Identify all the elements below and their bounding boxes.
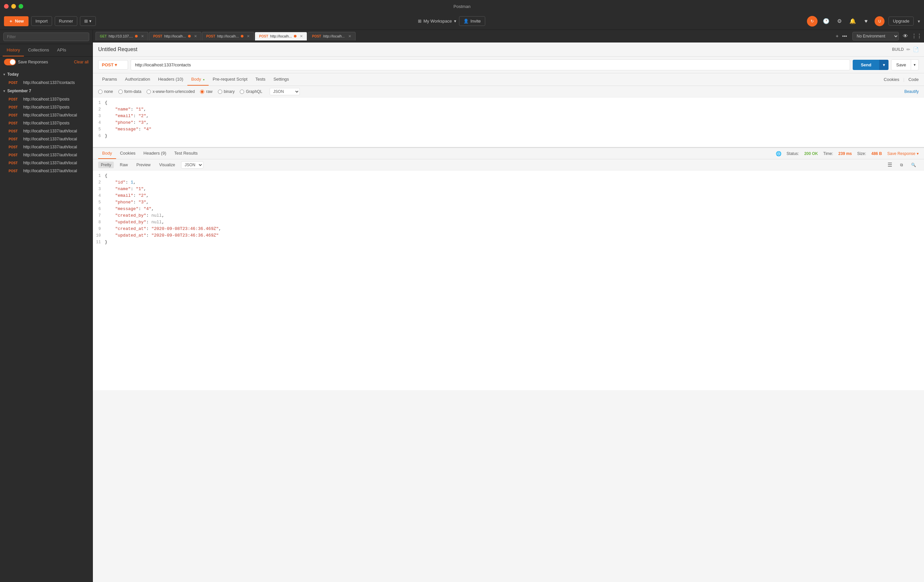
tab-close-get[interactable]: ✕	[141, 34, 144, 38]
code-button[interactable]: Code	[908, 77, 919, 82]
send-button[interactable]: Send	[853, 60, 879, 70]
layout-button[interactable]: ⊞▾	[80, 16, 96, 26]
request-body-editor[interactable]: 1 { 2 "name": "1", 3 "email": "2", 4 "ph…	[93, 98, 924, 147]
radio-raw[interactable]	[200, 89, 204, 94]
minimize-button[interactable]	[11, 4, 16, 8]
body-format-select[interactable]: JSON Text JavaScript HTML XML	[270, 88, 300, 95]
tab-close-post1[interactable]: ✕	[194, 34, 197, 38]
tab-close-post4[interactable]: ✕	[348, 34, 351, 38]
option-graphql[interactable]: GraphQL	[240, 89, 262, 94]
beautify-button[interactable]: Beautify	[904, 89, 919, 94]
list-item[interactable]: POST http://localhost:1337/auth/local	[0, 159, 92, 167]
tab-post-2[interactable]: POST http://localh... ✕	[202, 32, 254, 40]
option-binary[interactable]: binary	[218, 89, 235, 94]
topnav: ＋ New Import Runner ⊞▾ ⊞ My Workspace ▾ …	[0, 13, 924, 30]
method-select[interactable]: POST ▾	[98, 60, 128, 70]
tab-authorization[interactable]: Authorization	[121, 73, 154, 86]
tab-body[interactable]: Body ●	[187, 73, 209, 86]
avatar[interactable]: U	[874, 16, 884, 26]
list-item[interactable]: POST http://localhost:1337/contacts	[0, 79, 92, 87]
workspace-button[interactable]: ⊞ My Workspace ▾	[418, 16, 456, 26]
tab-tests[interactable]: Tests	[251, 73, 269, 86]
tab-headers[interactable]: Headers (10)	[154, 73, 187, 86]
search-response-button[interactable]: 🔍	[908, 162, 919, 168]
send-arrow-button[interactable]: ▾	[879, 60, 889, 70]
radio-binary[interactable]	[218, 89, 222, 94]
notes-icon[interactable]: 📄	[913, 47, 919, 52]
resp-fmt-pretty[interactable]: Pretty	[98, 162, 114, 168]
list-item[interactable]: POST http://localhost:1337/auth/local	[0, 143, 92, 151]
response-format-select[interactable]: JSON	[181, 161, 203, 169]
option-raw[interactable]: raw	[200, 89, 212, 94]
upgrade-button[interactable]: Upgrade	[889, 17, 914, 26]
list-item[interactable]: POST http://localhost:1337/posts	[0, 95, 92, 103]
close-button[interactable]	[4, 4, 8, 8]
today-section-header[interactable]: ▾ Today	[0, 70, 92, 79]
tab-post-1[interactable]: POST http://localh... ✕	[149, 32, 201, 40]
radio-urlencoded[interactable]	[147, 89, 151, 94]
tab-close-post2[interactable]: ✕	[247, 34, 250, 38]
filter-input[interactable]	[3, 33, 89, 41]
option-form-data[interactable]: form-data	[119, 89, 141, 94]
eye-icon[interactable]: 👁	[901, 31, 910, 41]
resp-wrap-icon[interactable]: ☰	[885, 160, 895, 169]
tab-close-post3[interactable]: ✕	[300, 34, 303, 38]
runner-button[interactable]: Runner	[55, 16, 78, 26]
tab-method-post4: POST	[312, 35, 321, 38]
list-item[interactable]: POST http://localhost:1337/posts	[0, 119, 92, 127]
radio-graphql[interactable]	[240, 89, 244, 94]
sidebar-tab-history[interactable]: History	[3, 44, 24, 56]
sidebar-tab-apis[interactable]: APIs	[53, 44, 70, 56]
resp-tab-headers[interactable]: Headers (9)	[140, 148, 170, 159]
tab-post-3[interactable]: POST http://localh... ✕	[255, 32, 307, 40]
list-item[interactable]: POST http://localhost:1337/auth/local	[0, 111, 92, 119]
save-button[interactable]: Save	[891, 60, 911, 70]
radio-form-data[interactable]	[119, 89, 123, 94]
tab-get[interactable]: GET http://10.107.... ✕	[96, 32, 148, 40]
tab-settings[interactable]: Settings	[269, 73, 293, 86]
list-item[interactable]: POST http://localhost:1337/auth/local	[0, 135, 92, 143]
settings-env-icon[interactable]: ⋮⋮	[912, 31, 921, 41]
settings-icon[interactable]: ⚙	[835, 17, 844, 26]
tab-params[interactable]: Params	[98, 73, 121, 86]
cookies-button[interactable]: Cookies	[884, 77, 899, 82]
save-responses-toggle[interactable]	[4, 59, 16, 65]
new-button[interactable]: ＋ New	[4, 16, 28, 26]
option-urlencoded[interactable]: x-www-form-urlencoded	[147, 89, 195, 94]
list-item[interactable]: POST http://localhost:1337/auth/local	[0, 127, 92, 135]
copy-response-button[interactable]: ⧉	[898, 162, 906, 168]
list-item[interactable]: POST http://localhost:1337/auth/local	[0, 151, 92, 159]
save-arrow-button[interactable]: ▾	[911, 60, 919, 70]
resp-tab-body[interactable]: Body	[98, 148, 116, 159]
notifications-icon[interactable]: 🔔	[848, 17, 857, 26]
import-button[interactable]: Import	[31, 16, 52, 26]
sync-icon[interactable]: ↻	[807, 16, 818, 26]
radio-none[interactable]	[98, 89, 102, 94]
sidebar-tab-collections[interactable]: Collections	[24, 44, 53, 56]
build-button[interactable]: BUILD	[892, 47, 904, 52]
history-url: http://localhost:1337/auth/local	[23, 160, 77, 165]
edit-icon[interactable]: ✏	[906, 47, 911, 52]
resp-tab-test-results[interactable]: Test Results	[170, 148, 202, 159]
clear-all-button[interactable]: Clear all	[74, 60, 89, 64]
resp-tab-cookies[interactable]: Cookies	[116, 148, 140, 159]
maximize-button[interactable]	[18, 4, 23, 8]
invite-button[interactable]: 👤 Invite	[459, 16, 485, 26]
tab-prerequest[interactable]: Pre-request Script	[209, 73, 251, 86]
url-input[interactable]	[131, 60, 850, 70]
resp-fmt-raw[interactable]: Raw	[117, 162, 130, 168]
list-item[interactable]: POST http://localhost:1337/auth/local	[0, 167, 92, 175]
option-none[interactable]: none	[98, 89, 113, 94]
add-tab-button[interactable]: ＋	[835, 33, 840, 39]
sep7-section-header[interactable]: ▾ September 7	[0, 87, 92, 95]
heart-icon[interactable]: ♥	[861, 17, 871, 26]
tab-post-4[interactable]: POST http://localh... ✕	[308, 32, 356, 40]
resp-fmt-visualize[interactable]: Visualize	[157, 162, 178, 168]
more-tabs-button[interactable]: •••	[842, 33, 847, 39]
history-icon[interactable]: 🕐	[822, 17, 831, 26]
resp-fmt-preview[interactable]: Preview	[134, 162, 153, 168]
list-item[interactable]: POST http://localhost:1337/posts	[0, 103, 92, 111]
environment-select[interactable]: No Environment	[852, 32, 899, 40]
save-response-button[interactable]: Save Response ▾	[887, 151, 919, 156]
resp-line-3: 3 "name": "1",	[93, 187, 924, 193]
